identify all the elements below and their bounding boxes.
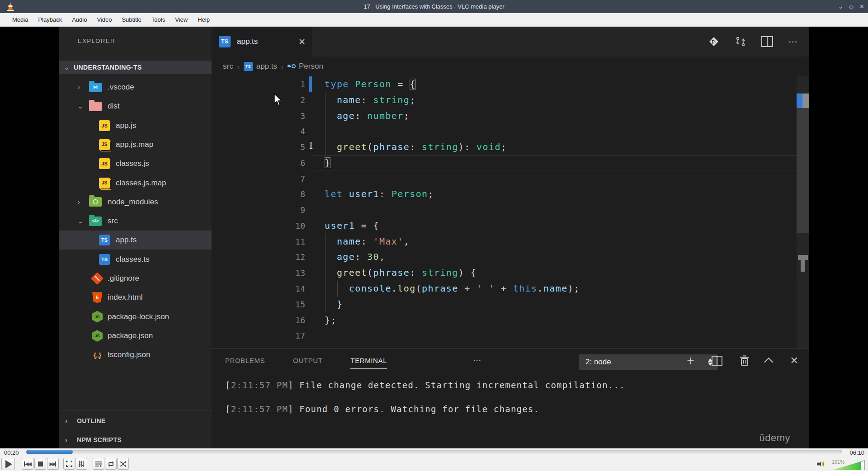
line-number: 17 (212, 328, 305, 344)
line-number: 14 (212, 281, 305, 297)
seek-slider[interactable] (26, 450, 842, 454)
seek-row: 00:20 06:10 (0, 448, 868, 457)
line-number: 3 (212, 108, 305, 124)
current-line-highlight (312, 155, 797, 170)
close-button[interactable]: ✕ (859, 3, 864, 10)
tree-item-node-modules[interactable]: ›◯node_modules (59, 193, 212, 212)
more-actions-icon[interactable]: ⋯ (788, 36, 798, 47)
tree-item-tsconfig-json[interactable]: {..}tsconfig.json (59, 345, 212, 364)
js-map-file-icon: JS (99, 178, 110, 188)
sync-changes-icon[interactable] (735, 36, 746, 47)
tab-close-icon[interactable]: ✕ (298, 37, 306, 47)
chevron-right-icon: › (65, 436, 72, 443)
kill-terminal-icon[interactable] (740, 355, 750, 366)
tree-item-app-js-map[interactable]: JSapp.js.map (59, 135, 212, 154)
section-npm-scripts[interactable]: › NPM SCRIPTS (59, 431, 212, 449)
tree-item--vscode[interactable]: ›⋈.vscode (59, 78, 212, 97)
javascript-file-icon: JS (99, 158, 110, 169)
vscode-folder-icon: ⋈ (89, 83, 102, 92)
tree-item--gitignore[interactable]: .gitignore (59, 269, 212, 288)
breadcrumb-file[interactable]: app.ts (256, 62, 277, 71)
code-line-16: 16}; (212, 312, 809, 328)
dist-folder-icon (89, 102, 102, 111)
node-package-icon: JS (92, 330, 103, 342)
section-outline[interactable]: › OUTLINE (59, 412, 212, 430)
breadcrumb-src[interactable]: src (223, 62, 233, 71)
play-button[interactable] (1, 458, 15, 470)
tree-root-understanding-ts[interactable]: ⌄ UNDERSTANDING-TS (59, 61, 212, 74)
titlebar[interactable]: 17 - Using Interfaces with Classes - VLC… (0, 0, 868, 13)
menu-subtitle[interactable]: Subtitle (117, 16, 146, 23)
code-line-6: 6} (212, 155, 809, 171)
extended-settings-button[interactable] (75, 458, 87, 470)
line-number: 15 (212, 297, 305, 312)
new-terminal-icon[interactable]: + (687, 354, 694, 367)
code-line-2: 2 name: string; (212, 92, 809, 108)
code-line-9: 9 (212, 202, 809, 218)
split-editor-icon[interactable] (761, 36, 773, 47)
menu-help[interactable]: Help (193, 16, 215, 23)
tree-item-app-ts[interactable]: TSapp.ts (59, 231, 212, 250)
tree-item-package-json[interactable]: JSpackage.json (59, 326, 212, 345)
random-button[interactable] (117, 458, 129, 470)
panel-tab-terminal[interactable]: TERMINAL (350, 357, 387, 369)
typescript-file-icon: TS (99, 254, 110, 265)
menu-tools[interactable]: Tools (146, 16, 170, 23)
menu-audio[interactable]: Audio (67, 16, 92, 23)
panel-tab-output[interactable]: OUTPUT (293, 357, 322, 369)
tree-item-classes-ts[interactable]: TSclasses.ts (59, 250, 212, 269)
stop-button[interactable] (34, 458, 46, 470)
line-number: 5 (212, 139, 305, 155)
tree-item-classes-js-map[interactable]: JSclasses.js.map (59, 174, 212, 193)
menu-view[interactable]: View (170, 16, 193, 23)
window-title: 17 - Using Interfaces with Classes - VLC… (0, 3, 868, 10)
line-number: 11 (212, 234, 305, 250)
menu-media[interactable]: Media (7, 16, 33, 23)
breadcrumb-symbol[interactable]: Person (299, 62, 323, 71)
tree-item-classes-js[interactable]: JSclasses.js (59, 154, 212, 173)
previous-button[interactable]: ◀◀ (22, 458, 33, 470)
menu-playback[interactable]: Playback (33, 16, 67, 23)
split-terminal-icon[interactable] (712, 356, 722, 366)
line-number: 8 (212, 186, 305, 202)
typescript-file-icon: TS (244, 62, 253, 71)
panel-tab-problems[interactable]: PROBLEMS (225, 357, 265, 369)
javascript-file-icon: JS (99, 120, 110, 131)
fullscreen-button[interactable] (63, 458, 75, 470)
maximize-panel-icon[interactable] (764, 358, 773, 367)
close-panel-icon[interactable]: ✕ (790, 355, 798, 367)
line-number: 7 (212, 171, 305, 187)
tree-item-package-lock-json[interactable]: JSpackage-lock.json (59, 307, 212, 326)
menu-video[interactable]: Video (92, 16, 117, 23)
next-icon: ▶▶ (50, 461, 57, 467)
panel-more-icon[interactable]: ⋯ (473, 355, 483, 365)
minimize-button[interactable]: ⌄ (838, 3, 843, 10)
tree-item-app-js[interactable]: JSapp.js (59, 116, 212, 135)
next-button[interactable]: ▶▶ (47, 458, 59, 470)
tab-app-ts[interactable]: TS app.ts ✕ (212, 27, 312, 57)
code-editor[interactable]: 1type Person = {2 name: string;3 age: nu… (212, 76, 809, 348)
elapsed-time: 00:20 (4, 449, 19, 456)
playlist-button[interactable] (93, 458, 104, 470)
equalizer-icon (78, 461, 85, 467)
terminal-line: [2:11:57 PM] Found 0 errors. Watching fo… (225, 404, 539, 414)
open-changes-icon[interactable] (708, 36, 720, 47)
loop-button[interactable] (105, 458, 117, 470)
mouse-arrow-pointer (274, 94, 283, 106)
node-package-icon: JS (92, 311, 103, 323)
tree-item-index-html[interactable]: 5index.html (59, 288, 212, 307)
maximize-button[interactable]: ◇ (849, 3, 854, 10)
controls-row: ◀◀ ▶▶ 101% (0, 457, 868, 471)
tree-item-dist[interactable]: ⌄dist (59, 97, 212, 116)
chevron-down-icon: ⌄ (78, 217, 85, 225)
chevron-down-icon: ⌄ (64, 64, 69, 71)
volume-slider[interactable] (833, 460, 865, 470)
play-icon (5, 460, 12, 468)
indent-guide (325, 123, 326, 139)
tree-item-src[interactable]: ⌄</>src (59, 212, 212, 231)
video-area[interactable]: EXPLORER ⌄ UNDERSTANDING-TS ›⋈.vscode⌄di… (0, 27, 868, 448)
editor-scrollbar[interactable] (797, 76, 809, 348)
volume-icon[interactable] (817, 461, 825, 467)
divider (59, 410, 212, 410)
indent-guide (87, 231, 87, 250)
